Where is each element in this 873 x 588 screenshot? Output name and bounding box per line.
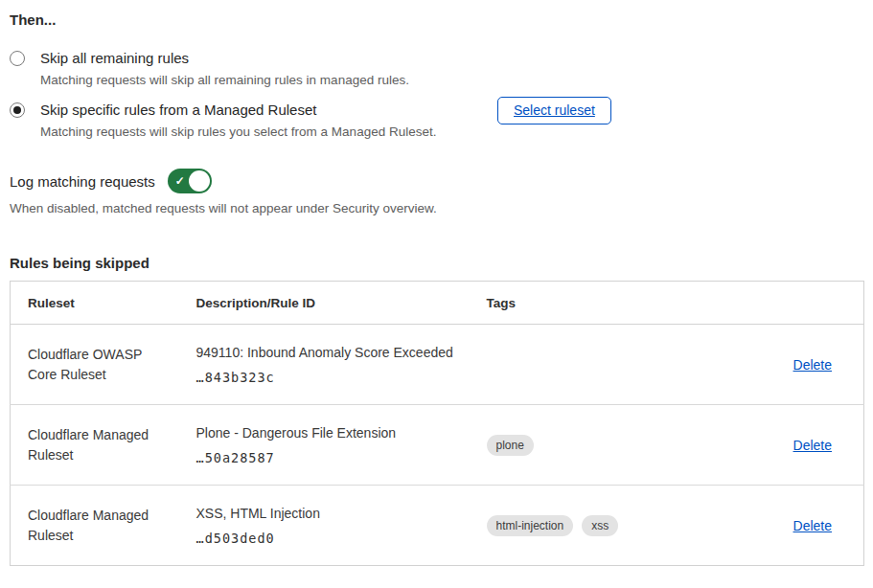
radio-description-skip-all: Matching requests will skip all remainin…: [40, 72, 863, 88]
rule-id: …843b323c: [196, 370, 487, 385]
ruleset-name: Cloudflare Managed Ruleset: [28, 425, 196, 465]
table-row: Cloudflare OWASP Core Ruleset 949110: In…: [11, 325, 864, 405]
radio-option-skip-all: Skip all remaining rules Matching reques…: [10, 50, 863, 88]
radio-description-skip-specific: Matching requests will skip rules you se…: [40, 124, 863, 140]
ruleset-name: Cloudflare Managed Ruleset: [28, 506, 196, 546]
delete-link[interactable]: Delete: [793, 438, 832, 453]
delete-link[interactable]: Delete: [793, 518, 832, 533]
rule-tags: html-injectionxss: [487, 515, 731, 536]
skip-rule-config-panel: Then... Skip all remaining rules Matchin…: [0, 0, 873, 566]
radio-label-skip-specific[interactable]: Skip specific rules from a Managed Rules…: [40, 102, 316, 119]
rule-tags: plone: [487, 435, 731, 456]
rule-description: Plone - Dangerous File Extension: [196, 425, 487, 441]
select-ruleset-button[interactable]: Select ruleset: [497, 97, 611, 124]
tag-pill: plone: [487, 435, 534, 456]
column-header-actions: [731, 282, 864, 325]
rules-being-skipped-heading: Rules being skipped: [10, 255, 863, 272]
toggle-knob: [189, 170, 210, 192]
radio-label-skip-all[interactable]: Skip all remaining rules: [40, 50, 189, 67]
column-header-tags: Tags: [487, 282, 731, 325]
rule-description: XSS, HTML Injection: [196, 506, 487, 522]
radio-option-skip-specific: Skip specific rules from a Managed Rules…: [10, 102, 863, 140]
rules-table-header-row: Ruleset Description/Rule ID Tags: [11, 282, 864, 325]
tag-pill: xss: [582, 515, 618, 536]
delete-link[interactable]: Delete: [793, 357, 832, 373]
ruleset-name: Cloudflare OWASP Core Ruleset: [28, 345, 196, 385]
then-heading: Then...: [10, 11, 863, 29]
table-row: Cloudflare Managed Ruleset XSS, HTML Inj…: [11, 486, 864, 566]
column-header-description: Description/Rule ID: [196, 282, 487, 325]
rule-id: …50a28587: [196, 450, 487, 465]
rule-id: …d503ded0: [196, 531, 487, 546]
check-icon: ✓: [175, 173, 185, 189]
log-matching-requests-label: Log matching requests: [10, 173, 155, 190]
log-matching-requests-toggle[interactable]: ✓: [168, 169, 212, 193]
radio-button-skip-specific[interactable]: [10, 102, 25, 118]
log-toggle-description: When disabled, matched requests will not…: [10, 200, 863, 216]
rules-table: Ruleset Description/Rule ID Tags Cloudfl…: [10, 281, 864, 566]
tag-pill: html-injection: [487, 515, 574, 536]
column-header-ruleset: Ruleset: [11, 282, 196, 325]
rule-description: 949110: Inbound Anomaly Score Exceeded: [196, 345, 487, 361]
rules-table-body: Cloudflare OWASP Core Ruleset 949110: In…: [11, 325, 864, 566]
log-matching-requests-row: Log matching requests ✓: [10, 169, 863, 193]
table-row: Cloudflare Managed Ruleset Plone - Dange…: [11, 405, 864, 486]
radio-button-skip-all[interactable]: [10, 51, 25, 66]
